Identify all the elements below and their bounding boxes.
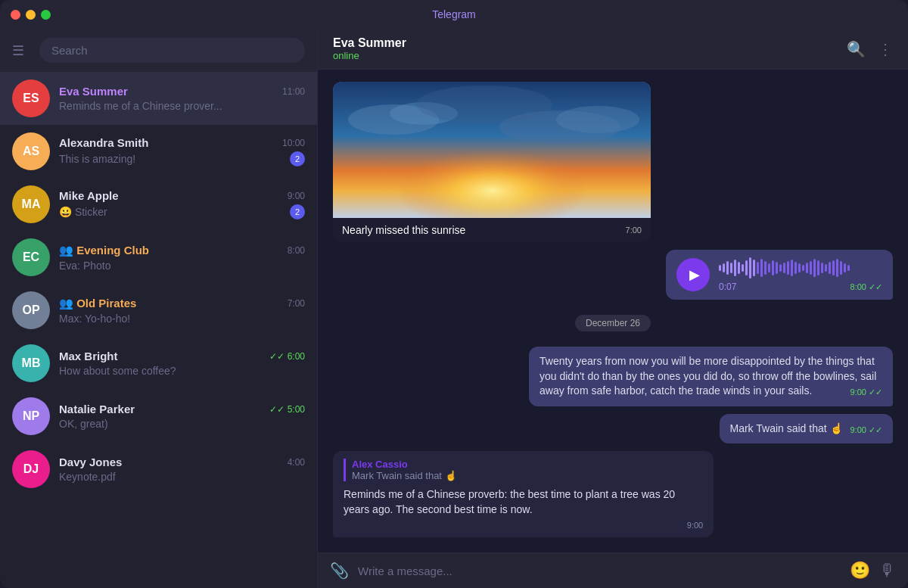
message-text: Mark Twain said that ☝️ [730, 422, 843, 434]
chat-time-eva-summer: 11:00 [282, 86, 305, 97]
waveform-bar [813, 259, 816, 277]
reply-text: Reminds me of a Chinese proverb: the bes… [344, 487, 703, 517]
waveform-bar [779, 264, 782, 272]
avatar-mike-apple: MA [12, 185, 50, 223]
chat-info-davy-jones: Davy Jones4:00Keynote.pdf [59, 456, 305, 483]
chat-header-actions: 🔍 ⋮ [847, 40, 893, 58]
chat-info-max-bright: Max Bright✓✓ 6:00How about some coffee? [59, 350, 305, 377]
close-button[interactable] [11, 10, 20, 20]
waveform-bar [821, 263, 823, 273]
mic-icon[interactable]: 🎙 [879, 561, 896, 580]
search-input[interactable] [39, 38, 305, 63]
main-content: ☰ ESEva Summer11:00Reminds me of a Chine… [0, 29, 908, 588]
date-divider: December 26 [333, 315, 893, 331]
chat-info-alexandra-smith: Alexandra Smith10:00This is amazing!2 [59, 136, 305, 166]
chat-name-alexandra-smith: Alexandra Smith [59, 136, 148, 149]
chat-preview-max-bright: How about some coffee? [59, 365, 305, 377]
chat-preview-natalie-parker: OK, great) [59, 418, 305, 430]
waveform-bar [726, 261, 729, 275]
menu-icon[interactable]: ☰ [12, 42, 30, 59]
chat-time-natalie-parker: ✓✓ 5:00 [269, 404, 305, 415]
attach-icon[interactable]: 📎 [330, 562, 349, 580]
chat-info-eva-summer: Eva Summer11:00Reminds me of a Chinese p… [59, 85, 305, 112]
avatar-alexandra-smith: AS [12, 132, 50, 170]
waveform-bar [832, 260, 835, 275]
app-title: Telegram [432, 8, 476, 20]
waveform-bar [836, 259, 838, 277]
waveform-bar [817, 260, 819, 275]
message-input[interactable] [358, 565, 841, 577]
avatar-natalie-parker: NP [12, 397, 50, 435]
title-bar: Telegram [0, 0, 908, 29]
waveform-bar [829, 262, 831, 274]
chat-preview-mike-apple: 😀 Sticker [59, 206, 285, 218]
reply-quote-text: Mark Twain said that ☝️ [352, 470, 703, 481]
chat-item-evening-club[interactable]: EC👥 Evening Club8:00Eva: Photo [0, 231, 317, 284]
chat-item-mike-apple[interactable]: MAMike Apple9:00😀 Sticker2 [0, 178, 317, 231]
traffic-lights [11, 10, 51, 20]
chat-status: online [333, 50, 406, 61]
waveform-bar [787, 261, 789, 275]
message-bubble-msg3: Twenty years from now you will be more d… [529, 347, 893, 406]
chat-name-old-pirates: 👥 Old Pirates [59, 297, 136, 310]
chat-name-eva-summer: Eva Summer [59, 85, 128, 98]
chat-item-max-bright[interactable]: MBMax Bright✓✓ 6:00How about some coffee… [0, 337, 317, 390]
image-placeholder [333, 82, 651, 218]
chat-list: ESEva Summer11:00Reminds me of a Chinese… [0, 72, 317, 588]
chat-info-evening-club: 👥 Evening Club8:00Eva: Photo [59, 244, 305, 272]
waveform-bar [794, 262, 797, 274]
chat-header-info: Eva Summer online [333, 36, 406, 61]
minimize-button[interactable] [26, 10, 36, 20]
sidebar: ☰ ESEva Summer11:00Reminds me of a Chine… [0, 29, 318, 588]
waveform-bar [764, 261, 767, 275]
emoji-icon[interactable]: 🙂 [850, 561, 870, 580]
waveform-bar [719, 265, 721, 271]
chat-info-old-pirates: 👥 Old Pirates7:00Max: Yo-ho-ho! [59, 297, 305, 325]
waveform-bar [738, 262, 740, 274]
waveform-bars [719, 257, 882, 278]
chat-time-max-bright: ✓✓ 6:00 [269, 351, 305, 362]
chat-preview-davy-jones: Keynote.pdf [59, 471, 305, 483]
waveform-bar [844, 263, 846, 272]
image-caption: Nearly missed this sunrise7:00 [333, 218, 651, 242]
chat-name-mike-apple: Mike Apple [59, 189, 119, 202]
search-icon[interactable]: 🔍 [847, 40, 866, 58]
play-button[interactable]: ▶ [676, 258, 710, 291]
message-text: Twenty years from now you will be more d… [540, 355, 876, 397]
image-message-msg1: Nearly missed this sunrise7:00 [333, 82, 651, 242]
chat-header: Eva Summer online 🔍 ⋮ [318, 29, 908, 70]
badge-alexandra-smith: 2 [290, 151, 305, 166]
waveform-bar [745, 260, 748, 275]
waveform-bar [734, 260, 736, 276]
waveform-bar [847, 265, 850, 271]
waveform-bar [742, 264, 744, 272]
avatar-max-bright: MB [12, 344, 50, 382]
chat-time-alexandra-smith: 10:00 [282, 138, 305, 148]
chat-info-natalie-parker: Natalie Parker✓✓ 5:00OK, great) [59, 403, 305, 430]
badge-mike-apple: 2 [290, 204, 305, 219]
message-row-msg4: Mark Twain said that ☝️9:00 ✓✓ [333, 414, 893, 444]
chat-item-eva-summer[interactable]: ESEva Summer11:00Reminds me of a Chinese… [0, 72, 317, 125]
chat-item-alexandra-smith[interactable]: ASAlexandra Smith10:00This is amazing!2 [0, 125, 317, 178]
reply-quote-author: Alex Cassio [352, 459, 703, 470]
waveform-bar [791, 260, 793, 276]
avatar-evening-club: EC [12, 238, 50, 276]
image-caption-text: Nearly missed this sunrise [342, 224, 465, 236]
chat-contact-name: Eva Summer [333, 36, 406, 50]
chat-item-davy-jones[interactable]: DJDavy Jones4:00Keynote.pdf [0, 443, 317, 496]
chat-name-natalie-parker: Natalie Parker [59, 403, 135, 415]
chat-area: Eva Summer online 🔍 ⋮ [318, 29, 908, 588]
more-options-icon[interactable]: ⋮ [878, 40, 893, 58]
voice-time-row: 0:078:00 ✓✓ [719, 282, 882, 292]
chat-item-old-pirates[interactable]: OP👥 Old Pirates7:00Max: Yo-ho-ho! [0, 284, 317, 337]
chat-name-davy-jones: Davy Jones [59, 456, 122, 468]
chat-item-natalie-parker[interactable]: NPNatalie Parker✓✓ 5:00OK, great) [0, 390, 317, 443]
chat-info-mike-apple: Mike Apple9:00😀 Sticker2 [59, 189, 305, 219]
chat-preview-old-pirates: Max: Yo-ho-ho! [59, 313, 305, 325]
message-bubble-msg4: Mark Twain said that ☝️9:00 ✓✓ [720, 414, 894, 444]
chat-preview-evening-club: Eva: Photo [59, 260, 305, 272]
chat-time-evening-club: 8:00 [288, 245, 305, 256]
waveform-bar [760, 259, 763, 277]
waveform-bar [840, 261, 842, 275]
maximize-button[interactable] [41, 10, 51, 20]
